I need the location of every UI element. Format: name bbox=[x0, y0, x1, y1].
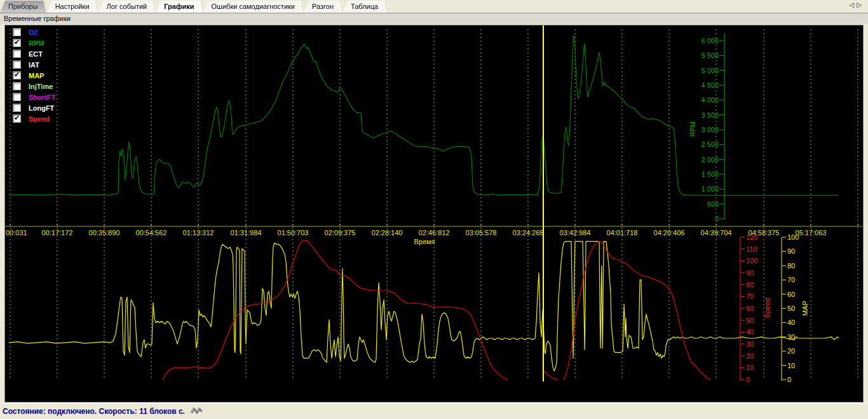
time-tick-label: 04:20:406 bbox=[654, 229, 685, 237]
speed-tick-label: 10 bbox=[746, 364, 754, 371]
legend-row-injtime: InjTime bbox=[13, 81, 55, 92]
speed-tick-label: 20 bbox=[746, 352, 754, 360]
legend-label-longft: LongFT bbox=[29, 104, 54, 112]
legend-label-o2: O2 bbox=[29, 29, 38, 36]
time-tick-label: 00:031 bbox=[6, 229, 27, 237]
legend-row-rpm: ✔RPM bbox=[13, 38, 55, 48]
status-text: Состояние: подключено. Скорость: 11 блок… bbox=[3, 407, 185, 416]
rpm-tick-label: 1 000 bbox=[701, 185, 719, 193]
rpm-tick-label: 4 500 bbox=[701, 81, 719, 89]
tab-scroll-right-icon[interactable]: ▷ bbox=[857, 1, 864, 8]
rpm-tick-label: 2 500 bbox=[701, 141, 719, 148]
check-icon: ✔ bbox=[14, 71, 20, 79]
time-tick-label: 03:05:578 bbox=[466, 229, 497, 237]
tab-diagnostic-errors[interactable]: Ошибки самодиагностики bbox=[203, 1, 303, 13]
map-tick-label: 20 bbox=[787, 347, 795, 355]
checkbox-rpm[interactable]: ✔ bbox=[13, 39, 21, 47]
speed-axis-title: Speed bbox=[763, 298, 771, 318]
legend-row-longft: LongFT bbox=[13, 102, 55, 113]
time-tick-label: 01:13:312 bbox=[183, 229, 214, 237]
tab-settings[interactable]: Настройки bbox=[47, 1, 98, 13]
tab-scroll-left-icon[interactable]: ◁ bbox=[850, 1, 857, 8]
rpm-tick-label: 6 000 bbox=[701, 37, 719, 45]
rpm-tick-label: 500 bbox=[707, 200, 719, 208]
time-tick-label: 02:46:812 bbox=[419, 229, 450, 237]
legend-label-shortft: ShortFT bbox=[29, 93, 55, 101]
checkbox-injtime[interactable] bbox=[13, 82, 21, 90]
legend-row-map: ✔MAP bbox=[13, 70, 55, 81]
checkbox-longft[interactable] bbox=[13, 104, 21, 112]
chart-legend: O2✔RPMECTIAT✔MAPInjTimeShortFTLongFT✔Spe… bbox=[13, 27, 55, 124]
time-tick-label: 05:17:063 bbox=[796, 229, 827, 237]
checkbox-shortft[interactable] bbox=[13, 93, 21, 101]
check-icon: ✔ bbox=[14, 38, 20, 46]
map-tick-label: 40 bbox=[787, 319, 795, 326]
speed-tick-label: 110 bbox=[746, 245, 757, 253]
rpm-tick-label: 2 000 bbox=[701, 156, 719, 163]
map-axis-title: MAP bbox=[801, 301, 809, 316]
tab-instruments[interactable]: Приборы bbox=[0, 1, 46, 13]
rpm-axis-title: RPM bbox=[689, 121, 696, 137]
checkbox-speed[interactable]: ✔ bbox=[13, 114, 21, 123]
speed-tick-label: 120 bbox=[746, 233, 757, 241]
rpm-tick-label: 5 000 bbox=[701, 67, 719, 74]
checkbox-iat[interactable] bbox=[13, 60, 21, 69]
map-tick-label: 0 bbox=[787, 376, 791, 383]
page-title: Временные графики bbox=[0, 13, 868, 24]
speed-tick-label: 70 bbox=[746, 292, 754, 300]
tab-table[interactable]: Таблица bbox=[342, 1, 386, 13]
legend-row-iat: IAT bbox=[13, 59, 55, 70]
time-tick-label: 02:09:375 bbox=[325, 229, 356, 237]
legend-row-shortft: ShortFT bbox=[13, 92, 55, 102]
time-tick-label: 00:17:172 bbox=[42, 229, 73, 237]
speed-tick-label: 50 bbox=[746, 317, 754, 324]
speed-tick-label: 60 bbox=[746, 305, 754, 312]
map-tick-label: 60 bbox=[787, 291, 795, 298]
checkbox-ect[interactable] bbox=[13, 50, 21, 58]
legend-label-iat: IAT bbox=[29, 61, 39, 69]
check-icon: ✔ bbox=[14, 114, 20, 122]
map-tick-label: 10 bbox=[787, 362, 795, 369]
activity-icon bbox=[190, 406, 203, 417]
checkbox-o2[interactable] bbox=[13, 28, 21, 36]
legend-label-injtime: InjTime bbox=[29, 83, 53, 90]
legend-label-ect: ECT bbox=[29, 50, 43, 58]
map-trace bbox=[9, 242, 839, 371]
speed-tick-label: 40 bbox=[746, 328, 754, 336]
time-tick-label: 04:01:718 bbox=[607, 229, 638, 237]
legend-label-rpm: RPM bbox=[29, 39, 44, 47]
map-tick-label: 50 bbox=[787, 305, 795, 312]
legend-row-o2: O2 bbox=[13, 27, 55, 38]
tab-bar: ПриборыНастройкиЛог событийГрафикиОшибки… bbox=[0, 0, 868, 13]
legend-label-speed: Speed bbox=[29, 115, 50, 123]
map-tick-label: 80 bbox=[787, 262, 795, 270]
rpm-tick-label: 3 000 bbox=[701, 126, 719, 134]
time-tick-label: 04:39:704 bbox=[701, 229, 732, 237]
tab-event-log[interactable]: Лог событий bbox=[98, 1, 156, 13]
time-graphs-plot[interactable]: 00:03100:17:17200:35:89000:54:56201:13:3… bbox=[5, 25, 863, 402]
speed-tick-label: 80 bbox=[746, 281, 754, 289]
rpm-tick-label: 0 bbox=[715, 215, 719, 223]
rpm-tick-label: 1 500 bbox=[701, 170, 719, 178]
speed-tick-label: 30 bbox=[746, 340, 754, 348]
tab-acceleration[interactable]: Разгон bbox=[304, 1, 342, 13]
status-bar: Состояние: подключено. Скорость: 11 блок… bbox=[0, 403, 868, 419]
time-tick-label: 00:35:890 bbox=[89, 229, 120, 237]
tab-graphs[interactable]: Графики bbox=[156, 1, 202, 13]
checkbox-map[interactable]: ✔ bbox=[13, 71, 21, 79]
legend-label-map: MAP bbox=[29, 72, 44, 79]
rpm-tick-label: 5 500 bbox=[701, 52, 719, 59]
speed-tick-label: 90 bbox=[746, 269, 754, 277]
speed-trace bbox=[163, 240, 508, 380]
time-tick-label: 00:54:562 bbox=[136, 229, 167, 237]
rpm-tick-label: 4 000 bbox=[701, 96, 719, 104]
time-tick-label: 02:28:140 bbox=[372, 229, 403, 237]
chart-panel: 00:03100:17:17200:35:89000:54:56201:13:3… bbox=[4, 25, 864, 402]
legend-row-speed: ✔Speed bbox=[13, 113, 55, 124]
legend-row-ect: ECT bbox=[13, 48, 55, 59]
time-tick-label: 01:31:984 bbox=[231, 229, 262, 237]
time-axis-title: Время bbox=[414, 238, 435, 245]
time-tick-label: 03:42:984 bbox=[560, 229, 591, 237]
map-tick-label: 90 bbox=[787, 247, 795, 255]
map-tick-label: 100 bbox=[787, 233, 799, 241]
